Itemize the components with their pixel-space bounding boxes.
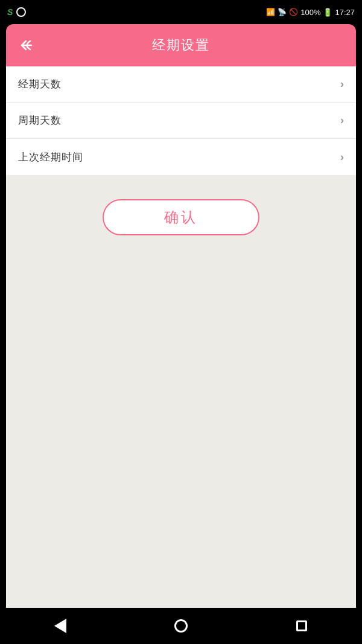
o-icon: [16, 7, 26, 17]
status-left: S: [7, 7, 26, 17]
recent-nav-icon: [296, 620, 307, 631]
menu-list: 经期天数 › 周期天数 › 上次经期时间 ›: [6, 66, 356, 175]
cycle-days-label: 周期天数: [18, 113, 62, 127]
chevron-right-icon-1: ›: [340, 114, 344, 127]
menu-item-period-days[interactable]: 经期天数 ›: [6, 66, 356, 103]
back-nav-icon: [54, 619, 66, 633]
home-nav-icon: [174, 619, 188, 633]
menu-item-cycle-days[interactable]: 周期天数 ›: [6, 103, 356, 139]
chevron-right-icon-0: ›: [340, 78, 344, 91]
nav-recent-button[interactable]: [288, 613, 315, 639]
period-days-label: 经期天数: [18, 77, 62, 91]
nav-home-button[interactable]: [168, 613, 194, 639]
content-area: 确认: [6, 175, 356, 616]
nav-back-button[interactable]: [47, 613, 74, 639]
battery-percent: 100%: [300, 8, 320, 17]
wifi-icon: 📡: [278, 8, 287, 16]
back-button[interactable]: [16, 34, 37, 56]
status-bar: S 📶 📡 🚫 100% 🔋 17:27: [0, 0, 362, 24]
signal-icon: 📶: [266, 8, 275, 16]
page-title: 经期设置: [152, 36, 210, 54]
battery-icon: 🔋: [323, 8, 332, 17]
no-signal-icon: 🚫: [289, 8, 298, 16]
confirm-button[interactable]: 确认: [103, 199, 259, 235]
bottom-nav: [0, 608, 362, 644]
app-header: 经期设置: [6, 24, 356, 66]
clock: 17:27: [335, 8, 355, 17]
chevron-right-icon-2: ›: [340, 151, 344, 164]
status-right: 📶 📡 🚫 100% 🔋 17:27: [266, 8, 355, 17]
back-icon: [18, 37, 35, 54]
menu-item-last-period[interactable]: 上次经期时间 ›: [6, 139, 356, 175]
s-app-icon: S: [7, 7, 13, 17]
confirm-button-label: 确认: [164, 208, 198, 227]
app-container: 经期设置 经期天数 › 周期天数 › 上次经期时间 › 确认: [6, 24, 356, 616]
last-period-label: 上次经期时间: [18, 150, 83, 164]
